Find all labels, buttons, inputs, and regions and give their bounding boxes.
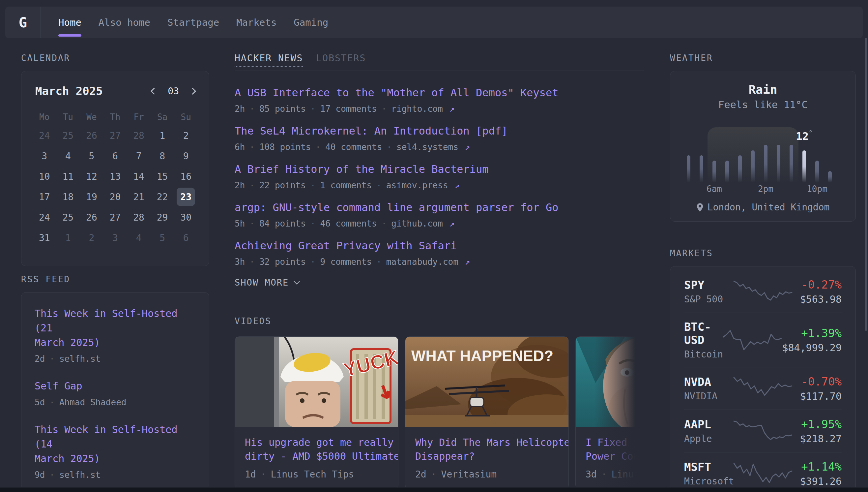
app-logo[interactable]: G [5,7,41,38]
calendar-day-number: 5 [153,228,172,247]
video-title[interactable]: Why Did The Mars HelicopterDisappear? [415,436,558,463]
weather-condition: Rain [683,83,842,96]
market-sparkline [733,460,792,487]
calendar-day-number: 25 [59,126,77,145]
meta-separator-dot: · [249,142,255,153]
chevron-down-icon [294,278,300,284]
nav-tab-startpage[interactable]: Startpage [167,7,219,38]
calendar-next-icon[interactable] [189,88,196,94]
hn-item-comments[interactable]: 9 comments [320,256,372,267]
weather-feels-like: Feels like 11°C [683,99,842,111]
hn-item-comments[interactable]: 1 comments [320,180,372,191]
market-name: Bitcoin [684,349,723,360]
news-tabs: HACKER NEWSLOBSTERS [235,53,644,71]
rss-title-line: March 2025) [34,335,196,350]
market-symbol: BTC-USD [684,320,723,347]
video-meta: 1d·Linus Tech Tips [245,469,388,481]
calendar-day-number: 8 [153,147,172,165]
page-scrollbar[interactable] [865,38,867,331]
news-tab-lobsters[interactable]: LOBSTERS [316,53,366,71]
news-tab-hacker-news[interactable]: HACKER NEWS [235,53,303,67]
hn-item: The SeL4 Microkernel: An Introduction [p… [235,124,644,153]
meta-separator-dot: · [249,218,255,229]
market-sparkline [723,326,782,354]
calendar-day: 6 [174,227,198,248]
hn-item-source-link[interactable]: righto.com ↗ [391,103,454,115]
video-card[interactable]: WHAT HAPPENED? Why Did The Mars Helicopt… [405,336,569,489]
market-sparkline [733,278,792,305]
hn-item-source-link[interactable]: sel4.systems ↗ [396,142,470,153]
calendar-day-number: 2 [82,228,101,247]
calendar-day: 27 [103,125,127,146]
section-divider [235,300,644,300]
hn-show-more-button[interactable]: SHOW MORE [235,277,644,288]
hn-item-title[interactable]: A USB Interface to the "Mother of All De… [235,86,644,99]
video-meta: 2d·Veritasium [415,469,558,481]
hn-item-source-link[interactable]: github.com ↗ [391,218,454,229]
video-thumbnail-face[interactable]: DO TH T [576,337,644,427]
market-symbol-block: MSFTMicrosoft [684,460,733,487]
market-symbol: MSFT [684,460,733,473]
hn-item-title[interactable]: Achieving Great Privacy with Safari [235,239,644,252]
nav-tab-home[interactable]: Home [58,7,81,38]
meta-separator-dot: · [310,103,316,115]
video-title[interactable]: His upgrade got me reallydirty - AMD $50… [245,436,388,463]
hn-item-title[interactable]: A Brief History of the Miracle Bacterium [235,163,644,176]
calendar-day-number: 1 [153,126,172,145]
calendar-day-number: 29 [153,208,172,226]
market-value-block: -0.70%$117.70 [792,375,842,402]
hn-item-title[interactable]: The SeL4 Microkernel: An Introduction [p… [235,124,644,138]
calendar-day-number: 22 [153,188,172,206]
hn-item: argp: GNU-style command line argument pa… [235,201,644,229]
weather-hour-label: 2pm [758,184,773,194]
hn-item-title[interactable]: argp: GNU-style command line argument pa… [235,201,644,214]
calendar-day-number: 26 [82,208,101,226]
weather-hour-bar [751,150,755,183]
video-thumbnail-mars[interactable]: WHAT HAPPENED? [405,337,569,427]
calendar-day: 6 [103,146,127,166]
calendar-day: 2 [80,227,103,248]
external-link-icon: ↗ [460,257,470,267]
video-title-line: Why Did The Mars Helicopter [415,436,558,449]
calendar-prev-icon[interactable] [151,88,158,94]
market-price: $117.70 [792,391,842,402]
calendar-day-number: 16 [177,167,195,186]
meta-separator-dot: · [249,256,255,267]
hn-item-comments[interactable]: 17 comments [320,103,377,115]
market-symbol: AAPL [684,418,733,431]
video-thumbnail-yuck[interactable]: YUCK [235,337,398,427]
market-price: $563.98 [792,294,842,305]
hn-item-source-link[interactable]: matanabudy.com ↗ [386,256,470,267]
location-pin-icon [696,203,704,212]
rss-item-title[interactable]: This Week in Self-Hosted (21March 2025) [34,306,196,350]
hn-item-comments[interactable]: 40 comments [325,142,382,153]
rss-item-meta: 9d·selfh.st [34,469,196,481]
market-row-aapl[interactable]: AAPLApple +1.95%$218.27 [684,410,842,452]
videos-row: YUCK His upgrade got me reallydirty - AM… [235,336,644,489]
rss-item-title[interactable]: This Week in Self-Hosted (14March 2025) [34,422,196,466]
rss-item-title[interactable]: Self Gap [34,379,196,393]
video-title[interactable]: I Fixed the 5Power Connect [585,436,644,463]
dashboard-page: G HomeAlso homeStartpageMarketsGaming CA… [0,0,868,492]
market-row-btc-usd[interactable]: BTC-USDBitcoin +1.39%$84,999.29 [684,313,842,367]
video-info: Why Did The Mars HelicopterDisappear?2d·… [405,427,569,489]
market-row-spy[interactable]: SPYS&P 500 -0.27%$563.98 [684,270,842,313]
nav-tab-gaming[interactable]: Gaming [294,7,328,38]
video-card[interactable]: DO TH T I Fixed the 5Power Connect3d·Lin… [575,336,644,489]
calendar-day: 29 [151,207,174,227]
calendar-day: 23 [174,187,198,207]
market-price: $84,999.29 [782,342,842,353]
nav-tab-also-home[interactable]: Also home [99,7,150,38]
market-row-nvda[interactable]: NVDANVIDIA -0.70%$117.70 [684,367,842,410]
hn-item-source-link[interactable]: asimov.press ↗ [386,180,460,191]
calendar-day: 1 [151,125,174,146]
video-card[interactable]: YUCK His upgrade got me reallydirty - AM… [235,336,398,489]
calendar-month-title: March 2025 [35,84,103,98]
weather-degree-symbol: ° [809,129,813,137]
video-info: I Fixed the 5Power Connect3d·Linus Tec [576,427,644,489]
nav-tab-markets[interactable]: Markets [236,7,277,38]
market-symbol-block: NVDANVIDIA [684,375,733,402]
hn-item-comments[interactable]: 46 comments [320,218,377,229]
market-row-msft[interactable]: MSFTMicrosoft +1.14%$391.26 [684,452,842,492]
meta-separator-dot: · [376,180,382,191]
